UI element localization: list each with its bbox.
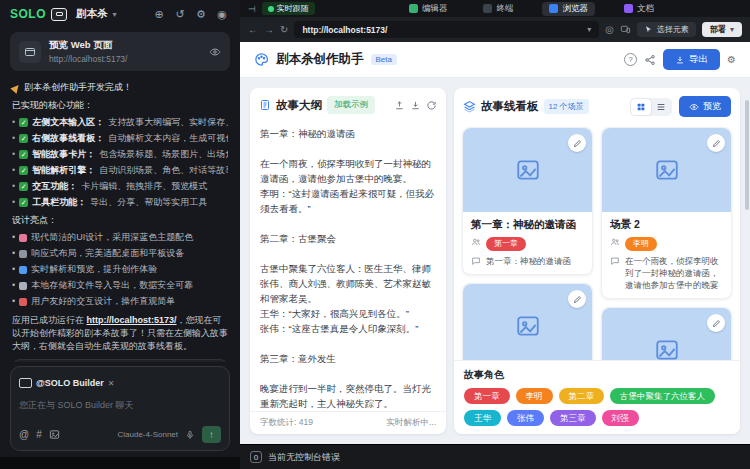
story-text-editor[interactable]: 第一章：神秘的邀请函 在一个雨夜，侦探李明收到了一封神秘的邀请函，邀请他参加古堡… <box>250 122 446 411</box>
scene-role-pill[interactable]: 第一章 <box>486 237 526 251</box>
people-icon <box>610 237 620 247</box>
bullet: • <box>12 180 15 193</box>
app-content: 故事大纲 加载示例 第一章：神秘的邀请函 在一个雨夜，侦探李明收到了一封神秘的邀… <box>240 78 750 444</box>
attach-image-icon[interactable] <box>49 429 60 440</box>
project-name[interactable]: 剧本杀 <box>76 7 108 21</box>
grid-view-icon[interactable] <box>631 99 651 115</box>
character-pill[interactable]: 第三章 <box>550 410 596 426</box>
edit-scene-icon[interactable] <box>568 134 586 152</box>
load-example-button[interactable]: 加载示例 <box>327 96 375 114</box>
scene-dialog: 第一章：神秘的邀请函 <box>486 255 571 267</box>
url-bar[interactable]: http://localhost:5173/ ▾ <box>294 21 599 38</box>
export-file-icon[interactable] <box>410 100 421 111</box>
eye-icon[interactable] <box>209 46 221 58</box>
localhost-link[interactable]: http://localhost:5173/ <box>87 315 177 325</box>
reset-icon[interactable] <box>426 100 437 111</box>
tab-浏览器[interactable]: 浏览器 <box>542 2 595 16</box>
share-icon[interactable] <box>644 54 656 66</box>
check-icon: ✓ <box>19 134 28 143</box>
dialog-icon <box>471 256 481 266</box>
scene-card[interactable]: 场景 3 <box>462 283 593 360</box>
mention-icon[interactable]: @ <box>19 429 29 440</box>
settings-icon[interactable]: ⚙ <box>193 8 209 21</box>
url-text: http://localhost:5173/ <box>302 25 387 35</box>
browser-toolbar: ← → ↻ http://localhost:5173/ ▾ ◎ 选择元素 部署… <box>240 17 750 42</box>
outline-header: 故事大纲 加载示例 <box>250 88 446 122</box>
character-pill[interactable]: 王华 <box>464 410 501 426</box>
workbench-tabbar: ⊣ 实时跟随 编辑器终端浏览器文档 <box>240 0 750 17</box>
tab-终端[interactable]: 终端 <box>476 2 520 16</box>
new-chat-icon[interactable]: ⊕ <box>151 8 167 21</box>
board-title: 故事线看板 <box>481 99 539 114</box>
import-icon[interactable] <box>394 100 405 111</box>
check-icon: ✓ <box>19 118 28 127</box>
character-pill[interactable]: 李明 <box>516 388 553 404</box>
remove-tag-icon[interactable]: ✕ <box>108 379 115 388</box>
bullet: • <box>12 263 15 276</box>
scene-cards-grid: 第一章：神秘的邀请函 第一章 第一章：神秘的邀请函 场景 3 场景 2 李明 在… <box>454 125 740 360</box>
export-button[interactable]: 导出 <box>663 49 720 70</box>
character-pill[interactable]: 第二章 <box>559 388 605 404</box>
mic-icon[interactable] <box>185 430 195 440</box>
character-pill[interactable]: 第一章 <box>464 388 510 404</box>
history-icon[interactable]: ↺ <box>172 8 188 21</box>
app-header: 剧本杀创作助手 Beta ? 导出 ⚙ <box>240 42 750 78</box>
preview-web-page-card[interactable]: 预览 Web 页面 http://localhost:5173/ <box>10 32 230 71</box>
preview-button[interactable]: 预览 <box>679 96 731 117</box>
chat-placeholder[interactable]: 您正在与 SOLO Builder 聊天 <box>19 399 221 412</box>
model-selector[interactable]: Claude-4-Sonnet <box>118 430 178 439</box>
solo-logo-icon <box>51 8 67 21</box>
bullet: • <box>12 164 15 177</box>
workbench-tabs: 编辑器终端浏览器文档 <box>321 2 742 16</box>
live-follow-badge[interactable]: 实时跟随 <box>262 2 315 15</box>
scene-role-pill[interactable]: 李明 <box>625 237 657 251</box>
url-chevron-icon[interactable]: ▾ <box>587 25 591 34</box>
send-button[interactable]: ↑ <box>202 426 221 443</box>
console-status-bar: 0 当前无控制台错误 <box>240 444 750 469</box>
tab-文档[interactable]: 文档 <box>617 2 661 16</box>
storyline-board-panel: 故事线看板 12 个场景 预览 第一章：神秘的邀请函 第 <box>454 88 740 434</box>
outline-title: 故事大纲 <box>276 98 322 113</box>
bullet: • <box>12 116 15 129</box>
inspect-icon[interactable]: ◎ <box>605 24 614 35</box>
list-view-icon[interactable] <box>651 99 671 115</box>
console-status-text: 当前无控制台错误 <box>268 451 340 464</box>
beta-badge: Beta <box>371 54 397 65</box>
profile-icon[interactable]: ◉ <box>214 8 230 21</box>
edit-scene-icon[interactable] <box>707 134 725 152</box>
tab-编辑器[interactable]: 编辑器 <box>402 2 455 16</box>
select-element-button[interactable]: 选择元素 <box>637 22 696 37</box>
design-item: • 用户友好的交互设计，操作直观简单 <box>12 295 228 308</box>
edit-scene-icon[interactable] <box>707 314 725 332</box>
character-pill[interactable]: 古堡中聚集了六位客人 <box>610 388 715 404</box>
back-icon[interactable]: ← <box>248 24 258 35</box>
character-pill[interactable]: 张伟 <box>507 410 544 426</box>
context-icon[interactable]: # <box>36 429 42 440</box>
closing-paragraph: 应用已成功运行在 http://localhost:5173/，您现在可以开始创… <box>12 314 228 353</box>
target-icon <box>19 298 27 306</box>
edit-scene-icon[interactable] <box>568 290 586 308</box>
bullet: • <box>12 295 15 308</box>
chat-input-box[interactable]: @SOLO Builder ✕ 您正在与 SOLO Builder 聊天 @ #… <box>10 366 230 451</box>
builder-tag[interactable]: @SOLO Builder ✕ <box>19 378 114 388</box>
sidebar-footer-strip <box>0 457 240 469</box>
collapse-panel-icon[interactable]: ⊣ <box>248 4 256 14</box>
scene-dialog: 在一个雨夜，侦探李明收到了一封神秘的邀请函，邀请他参加古堡中的晚宴 <box>625 255 723 291</box>
outline-footer: 字数统计: 419 实时解析中... <box>250 411 446 434</box>
character-pill[interactable]: 刘强 <box>602 410 639 426</box>
help-icon[interactable]: ? <box>624 53 637 66</box>
forward-icon[interactable]: → <box>264 24 274 35</box>
device-toggle-icon[interactable] <box>620 24 631 35</box>
green-dot-icon <box>268 6 274 12</box>
scene-card[interactable]: 第一章：神秘的邀请函 第一章 第一章：神秘的邀请函 <box>462 127 593 275</box>
scene-card[interactable]: 场景 2 李明 在一个雨夜，侦探李明收到了一封神秘的邀请函，邀请他参加古堡中的晚… <box>601 127 732 299</box>
palette-icon <box>19 234 27 242</box>
preview-scrollbar[interactable] <box>745 100 749 210</box>
gear-icon[interactable]: ⚙ <box>727 54 736 65</box>
chevron-down-icon[interactable]: ▾ <box>113 10 117 19</box>
deploy-dropdown-button[interactable]: 部署▾ <box>702 22 742 37</box>
scene-card[interactable]: 场景 5 <box>601 307 732 360</box>
scene-image-placeholder <box>463 284 592 360</box>
preview-card-url: http://localhost:5173/ <box>49 54 201 64</box>
refresh-icon[interactable]: ↻ <box>280 24 288 35</box>
